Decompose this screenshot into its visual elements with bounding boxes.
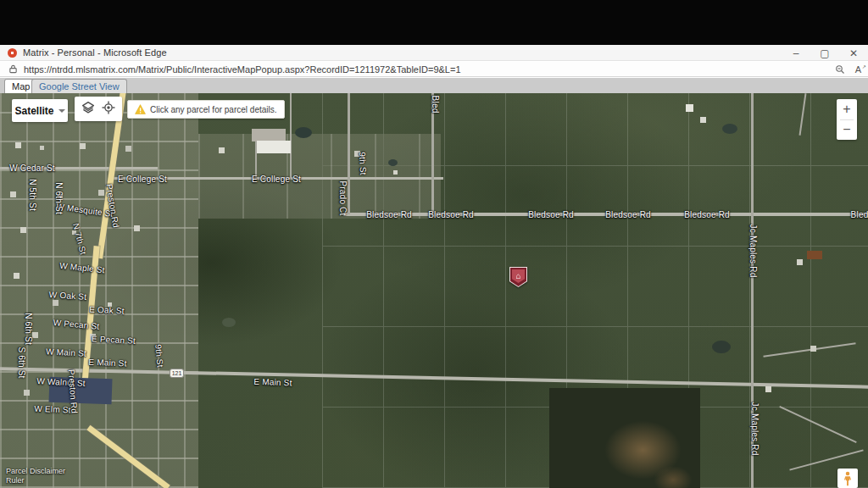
top-black-bar — [0, 0, 868, 45]
road-label: Jc Maples Rd — [750, 402, 760, 456]
window-title: Matrix - Personal - Microsoft Edge — [23, 47, 167, 58]
parcel-tooltip: Click any parcel for parcel details. — [127, 100, 285, 119]
parcel-tooltip-text: Click any parcel for parcel details. — [150, 105, 277, 114]
road-label: 9th St — [153, 344, 164, 368]
pond — [222, 318, 236, 327]
pond — [712, 341, 731, 353]
warning-icon — [135, 104, 146, 114]
road-label: Jc Maples Rd — [748, 225, 758, 278]
map-canvas[interactable]: W Cedar StE College StE College StW Mesq… — [0, 93, 868, 488]
address-bar-actions: A — [835, 62, 861, 77]
road-label: N 6th St — [54, 182, 64, 214]
satellite-label: Satellite — [14, 105, 53, 117]
maximize-button[interactable]: ▢ — [810, 45, 839, 61]
url-text[interactable]: https://ntrdd.mlsmatrix.com/Matrix/Publi… — [24, 64, 461, 75]
road-label: Bledsoe Rd — [528, 210, 574, 219]
locate-target-icon[interactable] — [101, 100, 116, 119]
house-icon: ⌂ — [512, 269, 525, 283]
road-label: Bledsoe Rd — [684, 210, 730, 219]
pond — [295, 127, 312, 138]
title-bar: Matrix - Personal - Microsoft Edge – ▢ ✕ — [0, 45, 868, 61]
road-label: E Oak St — [89, 304, 125, 315]
zoom-out-page-icon[interactable] — [835, 64, 845, 75]
road-label: Bledsoe Rd — [605, 210, 651, 219]
dirt-patch — [807, 251, 822, 259]
town-grid — [0, 93, 198, 488]
road-label: E Main St — [253, 377, 292, 388]
large-building — [257, 141, 291, 153]
road-label: E College St — [118, 175, 167, 184]
highway-121-shield: 121 — [170, 369, 184, 378]
pond — [722, 124, 737, 134]
road-label: N 5th St — [28, 179, 37, 211]
road-label: W Cedar St — [9, 164, 55, 173]
street-view-pegman-button[interactable] — [837, 469, 858, 488]
site-info-lock-icon[interactable] — [8, 64, 18, 74]
layers-icon[interactable] — [81, 100, 96, 119]
map-footer-links: Parcel Disclaimer Ruler — [6, 467, 65, 485]
road-vertical — [290, 93, 292, 177]
matrix-favicon-icon — [8, 48, 17, 58]
road-label: Prado Ct — [338, 180, 348, 215]
road-label: N 6th St — [24, 313, 33, 345]
road-label: 9th St — [358, 152, 368, 175]
map-type-satellite-button[interactable]: Satellite — [12, 99, 68, 122]
map-tools — [75, 97, 122, 121]
pegman-icon — [843, 471, 853, 486]
screen: Matrix - Personal - Microsoft Edge – ▢ ✕… — [0, 0, 868, 488]
chevron-down-icon — [58, 109, 65, 113]
tab-bar: Map Google Street View — [0, 78, 868, 93]
road-label: Bled — [851, 210, 868, 219]
road-label: E Main St — [88, 358, 127, 369]
road-label: S 6th St — [17, 347, 26, 378]
close-button[interactable]: ✕ — [839, 45, 868, 61]
minimize-button[interactable]: – — [782, 45, 810, 61]
browser-window: Matrix - Personal - Microsoft Edge – ▢ ✕… — [0, 45, 868, 488]
address-bar[interactable]: https://ntrdd.mlsmatrix.com/Matrix/Publi… — [0, 62, 868, 77]
road-label: E College St — [252, 175, 301, 184]
read-aloud-icon[interactable]: A — [855, 64, 861, 75]
road-label: Bled — [431, 96, 440, 114]
listing-marker[interactable]: ⌂ — [509, 267, 527, 287]
zoom-control: + − — [837, 99, 857, 140]
road-label: W Elm St — [34, 404, 71, 415]
road-label: Bledsoe Rd — [428, 210, 474, 219]
zoom-out-button[interactable]: − — [837, 120, 857, 141]
parcel-disclaimer-link[interactable]: Parcel Disclaimer — [6, 467, 65, 475]
zoom-in-button[interactable]: + — [837, 99, 857, 119]
pond — [388, 159, 398, 166]
buildings — [0, 93, 3, 96]
ruler-link[interactable]: Ruler — [6, 476, 65, 485]
window-controls: – ▢ ✕ — [782, 45, 868, 61]
tab-google-street-view[interactable]: Google Street View — [31, 79, 127, 93]
road-prado — [348, 93, 350, 214]
road-label: Bledsoe Rd — [366, 210, 412, 219]
town-grid-north — [198, 134, 441, 219]
plowed-field — [549, 388, 700, 488]
